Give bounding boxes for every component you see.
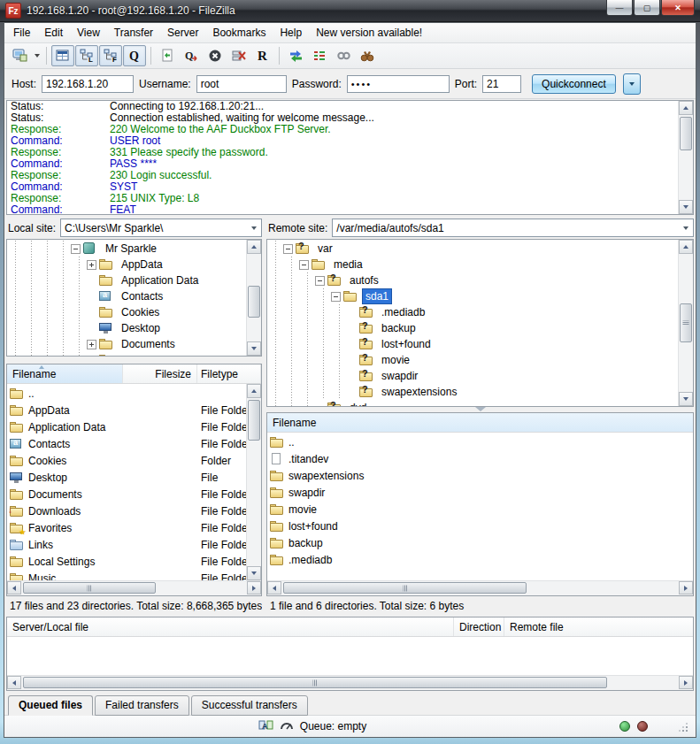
remote-file-row-swapextensions[interactable]: swapextensions [267,467,693,484]
local-tree-item-application-data[interactable]: Application Data [7,272,246,288]
queue-column-server-local-file[interactable]: Server/Local file [7,617,454,636]
process-queue-button[interactable]: Q [180,45,203,66]
scroll-right-button[interactable] [247,581,261,594]
remote-tree-item-swapextensions[interactable]: ?swapextensions [267,384,678,400]
toggle-queue-button[interactable]: Q [123,45,146,66]
expand-icon[interactable] [87,260,96,270]
remote-tree-item-media[interactable]: media [267,257,678,272]
view-listing-button[interactable] [308,45,331,66]
remote-tree-item-movie[interactable]: ?movie [267,352,678,368]
site-manager-button[interactable] [8,45,31,66]
local-list-vertical-scrollbar[interactable] [246,384,261,580]
local-file-row-item[interactable]: .. [7,385,246,402]
menu-view[interactable]: View [70,24,107,42]
site-manager-dropdown-button[interactable] [32,46,42,65]
local-file-row-music[interactable]: MusicFile Folder [7,570,246,580]
scroll-down-button[interactable] [679,200,693,214]
local-file-row-desktop[interactable]: DesktopFile [7,469,246,486]
local-list-horizontal-scrollbar[interactable] [7,580,261,595]
remote-list-horizontal-scrollbar[interactable] [267,580,693,595]
quickconnect-dropdown-button[interactable] [623,73,641,95]
minimize-button[interactable]: — [606,0,633,16]
scroll-up-button[interactable] [679,240,693,254]
log-vertical-scrollbar[interactable] [678,101,693,214]
reconnect-button[interactable]: R [251,45,274,66]
speed-limit-icon[interactable] [280,719,294,734]
remote-tree-vertical-scrollbar[interactable] [678,240,693,406]
remote-tree-item-sda1[interactable]: sda1 [267,288,678,304]
password-input[interactable] [347,75,450,93]
transfer-type-icon[interactable]: A [258,719,273,734]
toggle-local-tree-button[interactable]: L [75,45,98,66]
remote-file-row-lost-found[interactable]: lost+found [267,518,693,534]
scrollbar-thumb[interactable] [248,286,260,318]
local-file-row-appdata[interactable]: AppDataFile Folder [7,402,246,418]
close-button[interactable]: ✕ [661,0,695,16]
scrollbar-thumb[interactable] [680,303,692,342]
scroll-up-button[interactable] [679,101,693,115]
remote-file-row-item[interactable]: .. [267,433,693,450]
queue-column-direction[interactable]: Direction [454,617,504,636]
local-file-row-favorites[interactable]: ★FavoritesFile Folder [7,519,246,536]
remote-tree-item-var[interactable]: ?var [267,241,678,257]
scroll-left-button[interactable] [267,581,281,594]
toggle-remote-tree-button[interactable]: F [99,45,122,66]
username-input[interactable] [196,75,287,93]
scrollbar-thumb[interactable] [680,117,692,150]
collapse-icon[interactable] [331,292,341,302]
menu-server[interactable]: Server [160,24,205,42]
sync-browse-button[interactable] [332,45,355,66]
local-tree-list-splitter[interactable] [6,357,262,364]
combo-arrow-icon[interactable] [679,219,693,236]
remote-file-row-titandev[interactable]: .titandev [267,450,693,467]
queue-horizontal-scrollbar[interactable] [7,675,693,690]
local-file-row-application-data[interactable]: Application DataFile Folder [7,418,246,435]
resize-grip[interactable] [677,721,688,732]
menu-help[interactable]: Help [273,24,309,42]
remote-path-combobox[interactable]: /var/media/autofs/sda1 [332,219,694,237]
remote-tree-item-dvd[interactable]: ?dvd [267,400,678,406]
tab-queued-files[interactable]: Queued files [8,695,93,716]
expand-icon[interactable] [87,356,96,357]
scrollbar-thumb[interactable] [248,400,260,441]
disconnect-button[interactable] [227,45,250,66]
local-tree-item-cookies[interactable]: Cookies [7,304,246,320]
scroll-down-button[interactable] [247,566,261,580]
maximize-button[interactable]: ▢ [634,0,660,16]
scroll-up-button[interactable] [247,384,261,398]
local-file-row-documents[interactable]: DocumentsFile Folder [7,486,246,502]
refresh-button[interactable] [156,45,179,66]
find-button[interactable] [356,45,379,66]
scroll-down-button[interactable] [247,341,261,356]
local-tree-item-contacts[interactable]: aContacts [7,288,246,304]
remote-tree-item-autofs[interactable]: ?autofs [267,272,678,288]
remote-file-row-mediadb[interactable]: .mediadb [267,551,693,568]
local-tree-item-appdata[interactable]: AppData [7,257,246,272]
column-header-filename[interactable]: Filename [267,413,693,432]
collapse-icon[interactable] [71,244,81,254]
local-file-row-local-settings[interactable]: Local SettingsFile Folder [7,553,246,570]
column-header-filetype[interactable]: Filetype [197,364,261,383]
combo-arrow-icon[interactable] [247,219,261,236]
tab-successful-transfers[interactable]: Successful transfers [191,695,308,716]
splitter-collapse-icon[interactable] [475,407,486,411]
scrollbar-thumb[interactable] [283,582,527,594]
remote-file-row-movie[interactable]: movie [267,501,693,518]
remote-tree-item-lost-found[interactable]: ?lost+found [267,336,678,352]
menu-edit[interactable]: Edit [37,24,70,42]
local-tree-item-mr-sparkle[interactable]: Mr Sparkle [7,241,246,257]
menu-transfer[interactable]: Transfer [107,24,160,42]
scroll-left-button[interactable] [7,581,21,594]
local-tree-item-documents[interactable]: Documents [7,336,246,352]
local-tree-item-desktop[interactable]: Desktop [7,320,246,336]
local-file-row-cookies[interactable]: CookiesFolder [7,452,246,469]
host-input[interactable] [42,75,134,93]
local-path-combobox[interactable]: C:\Users\Mr Sparkle\ [60,219,262,237]
local-tree-vertical-scrollbar[interactable] [246,240,261,356]
cancel-button[interactable] [204,45,227,66]
collapse-icon[interactable] [283,244,293,254]
remote-tree-item-mediadb[interactable]: ?.mediadb [267,304,678,320]
local-file-row-contacts[interactable]: aContactsFile Folder [7,435,246,452]
scroll-down-button[interactable] [679,392,693,406]
collapse-icon[interactable] [299,260,309,270]
